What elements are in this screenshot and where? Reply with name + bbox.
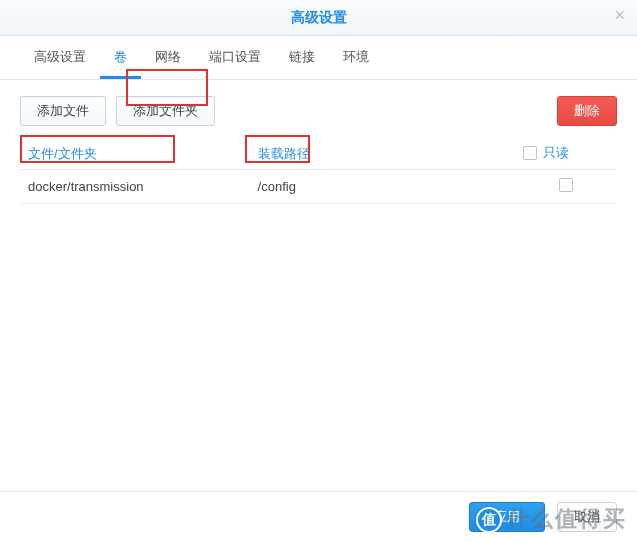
volume-table: 文件/文件夹 装载路径 只读 docker/transmission /conf…: [20, 138, 617, 204]
table-row[interactable]: docker/transmission /config: [20, 170, 617, 204]
tab-ports[interactable]: 端口设置: [195, 40, 275, 79]
add-file-button[interactable]: 添加文件: [20, 96, 106, 126]
apply-button[interactable]: 应用: [469, 502, 545, 532]
header-mount[interactable]: 装载路径: [250, 138, 515, 170]
footer: 应用 取消: [0, 492, 637, 542]
content: 添加文件 添加文件夹 删除 文件/文件夹 装载路径 只读 docker/tr: [0, 80, 637, 204]
tab-advanced[interactable]: 高级设置: [20, 40, 100, 79]
row-readonly-checkbox[interactable]: [559, 178, 573, 192]
tab-network[interactable]: 网络: [141, 40, 195, 79]
tab-volume[interactable]: 卷: [100, 40, 141, 79]
header-path[interactable]: 文件/文件夹: [20, 138, 250, 170]
header-readonly-label: 只读: [543, 144, 569, 162]
cell-path[interactable]: docker/transmission: [20, 170, 250, 204]
toolbar: 添加文件 添加文件夹 删除: [20, 96, 617, 126]
tabs: 高级设置 卷 网络 端口设置 链接 环境: [0, 36, 637, 80]
add-folder-button[interactable]: 添加文件夹: [116, 96, 215, 126]
spacer: [225, 96, 547, 126]
header-readonly[interactable]: 只读: [515, 138, 617, 170]
titlebar-title: 高级设置: [291, 9, 347, 27]
tab-links[interactable]: 链接: [275, 40, 329, 79]
table-header-row: 文件/文件夹 装载路径 只读: [20, 138, 617, 170]
tab-env[interactable]: 环境: [329, 40, 383, 79]
cancel-button[interactable]: 取消: [557, 502, 617, 532]
cell-mount[interactable]: /config: [250, 170, 515, 204]
delete-button[interactable]: 删除: [557, 96, 617, 126]
cell-readonly[interactable]: [515, 170, 617, 204]
header-readonly-checkbox[interactable]: [523, 146, 537, 160]
titlebar: 高级设置 ×: [0, 0, 637, 36]
close-icon[interactable]: ×: [614, 6, 625, 24]
